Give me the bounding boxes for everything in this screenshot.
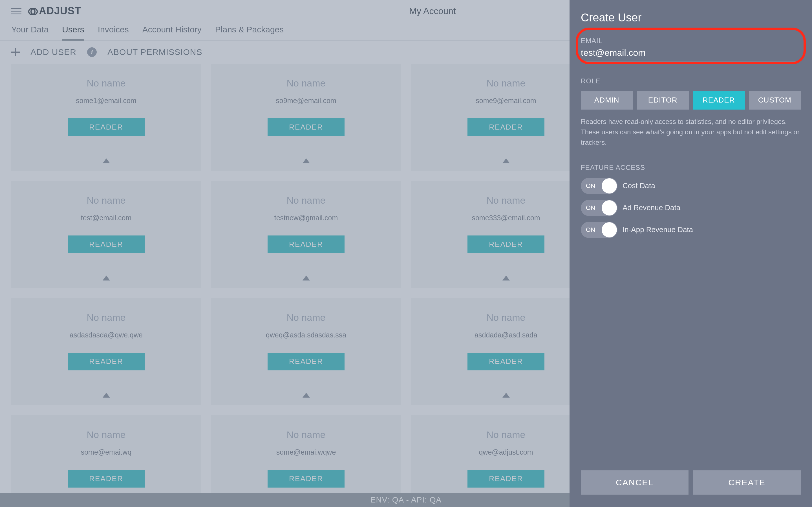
feature-section: FEATURE ACCESS ONCost DataONAd Revenue D… (581, 164, 801, 244)
panel-footer: CANCEL CREATE (581, 460, 801, 507)
toggle-knob (602, 178, 617, 193)
create-user-panel: Create User EMAIL ROLE ADMINEDITORREADER… (569, 0, 812, 507)
email-label: EMAIL (581, 37, 801, 45)
email-field-group: EMAIL (581, 37, 801, 61)
feature-toggle[interactable]: ON (581, 222, 617, 238)
page-root: ADJUST My Account Your DataUsersInvoices… (0, 0, 812, 507)
role-section: ROLE ADMINEDITORREADERCUSTOM Readers hav… (581, 77, 801, 148)
feature-row: ONCost Data (581, 178, 801, 194)
feature-toggle[interactable]: ON (581, 200, 617, 216)
feature-row: ONAd Revenue Data (581, 200, 801, 216)
feature-label: Ad Revenue Data (622, 203, 680, 212)
feature-list: ONCost DataONAd Revenue DataONIn-App Rev… (581, 178, 801, 238)
role-option-reader[interactable]: READER (693, 91, 745, 110)
feature-toggle[interactable]: ON (581, 178, 617, 194)
toggle-knob (602, 200, 617, 216)
feature-label: In-App Revenue Data (622, 225, 693, 234)
feature-access-label: FEATURE ACCESS (581, 164, 801, 172)
toggle-on-label: ON (586, 182, 595, 189)
feature-label: Cost Data (622, 181, 655, 190)
role-options: ADMINEDITORREADERCUSTOM (581, 91, 801, 110)
toggle-knob (602, 222, 617, 237)
role-option-admin[interactable]: ADMIN (581, 91, 633, 110)
create-button[interactable]: CREATE (693, 470, 801, 495)
role-label: ROLE (581, 77, 801, 85)
role-description: Readers have read-only access to statist… (581, 116, 801, 148)
feature-row: ONIn-App Revenue Data (581, 222, 801, 238)
role-option-editor[interactable]: EDITOR (637, 91, 689, 110)
panel-title: Create User (581, 11, 801, 24)
role-option-custom[interactable]: CUSTOM (749, 91, 801, 110)
toggle-on-label: ON (586, 204, 595, 212)
email-input[interactable] (581, 47, 801, 61)
toggle-on-label: ON (586, 226, 595, 233)
cancel-button[interactable]: CANCEL (581, 470, 689, 495)
